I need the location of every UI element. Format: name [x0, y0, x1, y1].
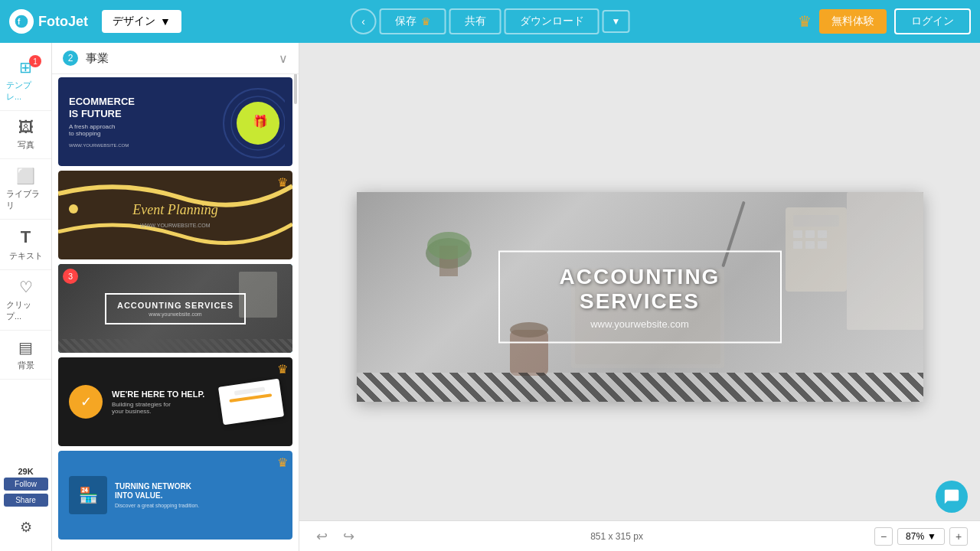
logo-text: FotoJet: [38, 14, 88, 30]
library-icon: ⬜: [16, 167, 35, 185]
scrollbar[interactable]: [294, 73, 297, 104]
template-item-help[interactable]: ♛ ✓ WE'RE HERE TO HELP. Building strateg…: [58, 357, 292, 446]
zoom-out-button[interactable]: −: [874, 527, 893, 546]
tpl-accounting-stripe: [58, 339, 292, 353]
template-item-turning[interactable]: ♛ 🏪 TURNING NETWORKINTO VALUE. Discover …: [58, 451, 292, 540]
template-thumb-turning: ♛ 🏪 TURNING NETWORKINTO VALUE. Discover …: [58, 451, 292, 540]
template-item-accounting[interactable]: 3 ACCOUNTING SERVICES www.yourwebsite.co…: [58, 264, 292, 353]
tpl-ecommerce-text: ECOMMERCEIS FUTURE A fresh approachto sh…: [69, 96, 135, 147]
template-item-ecommerce[interactable]: ECOMMERCEIS FUTURE A fresh approachto sh…: [58, 77, 292, 166]
sidebar-label-clip: クリップ...: [6, 299, 45, 322]
sidebar-item-settings[interactable]: ⚙: [0, 511, 51, 543]
template-thumb-accounting: 3 ACCOUNTING SERVICES www.yourwebsite.co…: [58, 264, 292, 353]
tpl-help-text: WE'RE HERE TO HELP. Building strategies …: [112, 390, 204, 415]
svg-rect-13: [805, 230, 815, 238]
tpl-accounting-url: www.yourwebsite.com: [117, 311, 234, 317]
header-right: ♛ 無料体験 ログイン: [798, 8, 971, 34]
num-badge-accounting: 3: [63, 269, 78, 284]
canvas-title: ACCOUNTING SERVICES: [521, 265, 759, 314]
sidebar-label-photos: 写真: [18, 139, 34, 151]
redo-button[interactable]: ↪: [338, 527, 359, 546]
free-trial-button[interactable]: 無料体験: [819, 9, 887, 34]
template-item-event[interactable]: ♛ Event Planning WWW.YOURWEBSITE.COM: [58, 171, 292, 259]
save-button[interactable]: 保存 ♛: [380, 8, 446, 34]
template-thumb-ecommerce: ECOMMERCEIS FUTURE A fresh approachto sh…: [58, 77, 292, 166]
svg-rect-12: [793, 230, 802, 238]
download-button[interactable]: ダウンロード: [505, 8, 599, 34]
design-button[interactable]: デザイン ▼: [102, 10, 181, 33]
sidebar-item-clip[interactable]: ♡ クリップ...: [0, 270, 51, 331]
svg-point-6: [69, 204, 78, 214]
tpl-ecommerce-circles: 🎁: [208, 81, 285, 162]
category-selector[interactable]: 2 事業 ∨: [52, 43, 299, 74]
download-arrow-button[interactable]: ▼: [603, 10, 630, 33]
tpl-event-title: Event Planning: [132, 202, 217, 218]
sidebar-item-background[interactable]: ▤ 背景: [0, 331, 51, 380]
canvas[interactable]: ACCOUNTING SERVICES www.yourwebsite.com: [357, 192, 923, 402]
template-thumb-event: ♛ Event Planning WWW.YOURWEBSITE.COM: [58, 171, 292, 259]
svg-rect-11: [793, 215, 839, 227]
tpl-turning-title: TURNING NETWORKINTO VALUE.: [115, 482, 199, 500]
undo-button[interactable]: ↩: [312, 527, 332, 546]
svg-rect-16: [805, 241, 815, 249]
template-thumb-help: ♛ ✓ WE'RE HERE TO HELP. Building strateg…: [58, 357, 292, 446]
zoom-controls: − 87% ▼ +: [874, 527, 968, 546]
main-area: ACCOUNTING SERVICES www.yourwebsite.com: [299, 43, 980, 551]
sidebar-item-text[interactable]: T テキスト: [0, 220, 51, 270]
sidebar-bottom: 29K Follow Share ⚙: [0, 462, 51, 551]
premium-badge-turning: ♛: [277, 455, 288, 470]
zoom-display[interactable]: 87% ▼: [897, 528, 945, 545]
svg-point-9: [427, 232, 470, 259]
tpl-turning-bg: ♛ 🏪 TURNING NETWORKINTO VALUE. Discover …: [58, 451, 292, 540]
canvas-container: ACCOUNTING SERVICES www.yourwebsite.com: [357, 192, 923, 402]
canvas-dimensions: 851 x 315 px: [590, 531, 643, 542]
zoom-in-button[interactable]: +: [949, 527, 968, 546]
login-button[interactable]: ログイン: [894, 8, 971, 34]
sidebar: 1 ⊞ テンプレ... 🖼 写真 ⬜ ライブラリ T テキスト ♡ クリップ..…: [0, 43, 52, 551]
fb-count: 29K: [18, 467, 33, 476]
tpl-ecommerce-title: ECOMMERCEIS FUTURE: [69, 96, 135, 119]
sidebar-label-background: 背景: [18, 360, 34, 371]
template-list: ECOMMERCEIS FUTURE A fresh approachto sh…: [52, 74, 299, 547]
sidebar-item-library[interactable]: ⬜ ライブラリ: [0, 159, 51, 220]
tpl-event-content: Event Planning WWW.YOURWEBSITE.COM: [132, 202, 217, 228]
tpl-ecommerce-bg: ECOMMERCEIS FUTURE A fresh approachto sh…: [58, 77, 292, 166]
premium-badge-help: ♛: [277, 362, 288, 377]
tpl-help-bg: ♛ ✓ WE'RE HERE TO HELP. Building strateg…: [58, 357, 292, 446]
nav-center: ‹ 保存 ♛ 共有 ダウンロード ▼: [351, 8, 630, 34]
tpl-turning-sub: Discover a great shopping tradition.: [115, 503, 199, 508]
sidebar-label-text: テキスト: [9, 250, 43, 262]
fb-follow-button[interactable]: Follow: [4, 478, 48, 491]
back-button[interactable]: ‹: [351, 8, 377, 34]
svg-rect-17: [818, 241, 827, 249]
chevron-down-icon: ▼: [927, 531, 936, 542]
sidebar-badge: 1: [29, 55, 41, 67]
fb-share-button[interactable]: Share: [4, 494, 48, 507]
category-number: 2: [63, 51, 78, 66]
crown-small-icon: ♛: [421, 15, 431, 28]
share-button[interactable]: 共有: [449, 8, 501, 34]
sidebar-item-templates[interactable]: 1 ⊞ テンプレ...: [0, 51, 51, 111]
template-panel: 2 事業 ∨ ECOMMERCEIS FUTURE A fresh approa…: [52, 43, 299, 551]
header: f FotoJet デザイン ▼ ‹ 保存 ♛ 共有 ダウンロード ▼ ♛ 無料…: [0, 0, 980, 43]
tpl-accounting-title: ACCOUNTING SERVICES: [117, 301, 234, 310]
tpl-ecommerce-sub: A fresh approachto shopping: [69, 123, 135, 137]
undo-redo-controls: ↩ ↪: [312, 527, 359, 546]
chevron-down-icon: ∨: [279, 51, 288, 66]
sidebar-label-templates: テンプレ...: [6, 80, 45, 103]
sidebar-label-library: ライブラリ: [6, 188, 45, 211]
settings-icon: ⚙: [20, 519, 32, 536]
text-icon: T: [21, 227, 31, 247]
svg-rect-15: [793, 241, 802, 249]
sidebar-item-photos[interactable]: 🖼 写真: [0, 111, 51, 159]
tpl-turning-shop: 🏪: [69, 476, 107, 514]
fb-widget: 29K Follow Share: [0, 462, 51, 511]
canvas-textbox[interactable]: ACCOUNTING SERVICES www.yourwebsite.com: [498, 251, 782, 344]
crown-icon: ♛: [798, 12, 812, 31]
tpl-ecommerce-url: WWW.YOURWEBSITE.COM: [69, 143, 135, 148]
chat-bubble-button[interactable]: [936, 481, 968, 513]
category-name: 事業: [86, 51, 279, 66]
tpl-event-url: WWW.YOURWEBSITE.COM: [132, 223, 217, 228]
canvas-url: www.yourwebsite.com: [521, 318, 759, 330]
background-icon: ▤: [18, 338, 33, 357]
